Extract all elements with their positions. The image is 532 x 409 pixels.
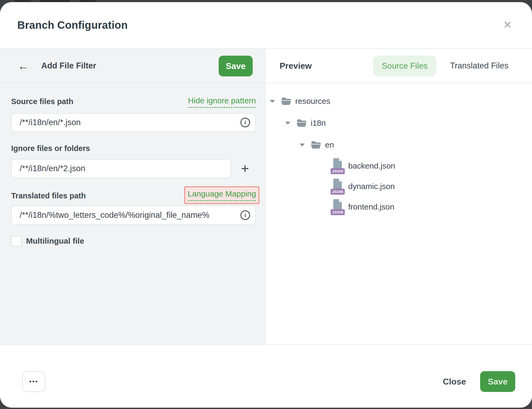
tree-row-file[interactable]: JSON dynamic.json — [331, 176, 395, 197]
language-mapping-link[interactable]: Language Mapping — [188, 189, 256, 201]
panel-title: Add File Filter — [41, 61, 96, 71]
more-options-icon[interactable]: ••• — [22, 371, 45, 392]
tree-row-file[interactable]: JSON frontend.json — [331, 197, 394, 217]
tree-row-en[interactable]: en — [300, 134, 334, 155]
source-path-input[interactable] — [11, 113, 256, 132]
tree-item-label: dynamic.json — [348, 182, 395, 191]
translated-path-input-wrap: i — [11, 206, 256, 225]
folder-icon — [281, 97, 292, 105]
preview-panel: Preview Source Files Translated Files re… — [266, 49, 532, 344]
modal-title: Branch Configuration — [17, 19, 128, 31]
caret-down-icon[interactable] — [300, 144, 305, 146]
close-button[interactable]: Close — [443, 371, 466, 392]
tree-item-label: frontend.json — [348, 202, 394, 211]
modal-title-bar: Branch Configuration × — [0, 2, 532, 49]
source-files-path-label: Source files path — [11, 97, 73, 106]
folder-icon — [296, 119, 307, 127]
multilingual-file-row: Multilingual file — [11, 236, 84, 246]
translated-path-input[interactable] — [11, 206, 256, 225]
ignore-files-label: Ignore files or folders — [11, 144, 90, 153]
tab-source-files[interactable]: Source Files — [373, 56, 437, 76]
tab-translated-files[interactable]: Translated Files — [450, 61, 508, 71]
hide-ignore-pattern-link[interactable]: Hide ignore pattern — [188, 96, 256, 108]
json-file-icon: JSON — [331, 158, 344, 174]
save-filter-button[interactable]: Save — [219, 56, 253, 76]
json-badge: JSON — [331, 189, 345, 195]
tree-item-label: en — [325, 140, 334, 149]
close-icon[interactable]: × — [499, 16, 516, 33]
preview-header: Preview Source Files Translated Files — [266, 49, 532, 83]
modal-footer: ••• Close Save — [0, 344, 532, 408]
caret-down-icon[interactable] — [285, 122, 290, 125]
background-element — [15, 0, 31, 2]
branch-configuration-modal: Branch Configuration × ← Add File Filter… — [0, 2, 532, 408]
tree-item-label: backend.json — [348, 161, 395, 170]
info-icon[interactable]: i — [240, 210, 250, 220]
background-element — [40, 0, 70, 2]
back-arrow-icon[interactable]: ← — [18, 60, 29, 72]
translated-files-path-label: Translated files path — [11, 191, 86, 200]
ignore-path-input-wrap — [11, 159, 231, 178]
save-button[interactable]: Save — [480, 371, 515, 392]
multilingual-file-label[interactable]: Multilingual file — [26, 236, 84, 246]
preview-title: Preview — [280, 61, 312, 71]
folder-icon — [311, 141, 321, 149]
file-tree: resources i18n en — [266, 83, 532, 344]
tree-row-i18n[interactable]: i18n — [285, 113, 326, 133]
add-ignore-pattern-icon[interactable]: + — [236, 159, 254, 178]
json-badge: JSON — [331, 209, 345, 215]
tree-row-file[interactable]: JSON backend.json — [331, 156, 395, 176]
multilingual-file-checkbox[interactable] — [11, 236, 22, 246]
file-filter-form: Source files path Hide ignore pattern i … — [0, 83, 266, 344]
ignore-path-input[interactable] — [11, 159, 231, 178]
tree-item-label: resources — [295, 97, 330, 106]
info-icon[interactable]: i — [240, 118, 250, 127]
file-filter-panel: ← Add File Filter Save Source files path… — [0, 49, 266, 344]
background-element — [80, 0, 95, 2]
language-mapping-highlight: Language Mapping — [184, 186, 259, 204]
json-file-icon: JSON — [331, 178, 344, 195]
json-file-icon: JSON — [331, 199, 344, 215]
json-badge: JSON — [331, 168, 345, 174]
tree-row-resources[interactable]: resources — [270, 91, 330, 112]
file-filter-subheader: ← Add File Filter Save — [0, 49, 266, 83]
tree-item-label: i18n — [311, 118, 326, 128]
source-path-input-wrap: i — [11, 113, 256, 132]
caret-down-icon[interactable] — [270, 100, 275, 103]
